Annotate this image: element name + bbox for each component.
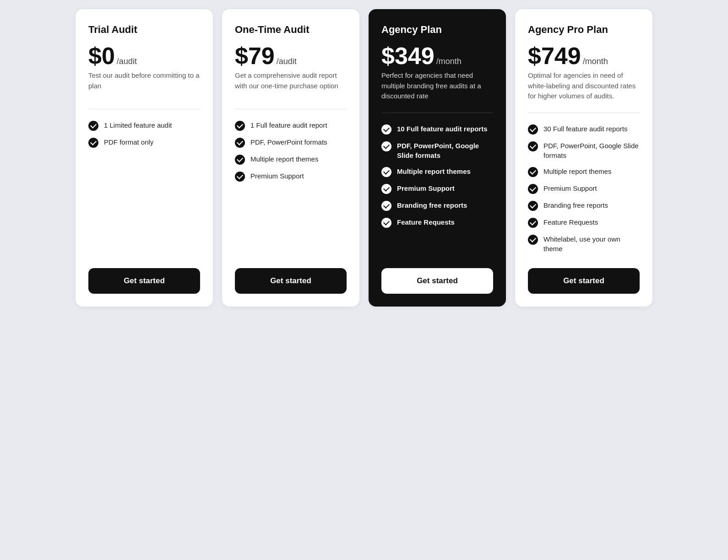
price-period-agency-pro-plan: /month [583,57,608,66]
feature-item: Multiple report themes [235,154,347,165]
feature-item: Multiple report themes [381,167,493,177]
feature-item: 10 Full feature audit reports [381,124,493,135]
plan-description-one-time-audit: Get a comprehensive audit report with ou… [235,70,347,98]
check-icon [235,138,245,148]
feature-item: Whitelabel, use your own theme [528,234,640,253]
plan-description-agency-pro-plan: Optimal for agencies in need of white-la… [528,70,640,102]
feature-text: Whitelabel, use your own theme [543,234,640,253]
feature-item: Premium Support [381,183,493,194]
check-icon [88,138,98,148]
divider-agency-plan [381,113,493,113]
check-icon [381,141,391,151]
features-list-trial-audit: 1 Limited feature auditPDF format only [88,120,200,253]
check-icon [235,155,245,165]
plan-card-agency-pro-plan: Agency Pro Plan$749/monthOptimal for age… [515,9,652,307]
feature-text: 1 Limited feature audit [104,120,172,130]
plan-name-agency-plan: Agency Plan [381,24,493,36]
feature-text: Multiple report themes [397,167,471,176]
feature-text: PDF, PowerPoint formats [250,137,327,147]
check-icon [381,124,391,135]
check-icon [528,201,538,211]
feature-item: 30 Full feature audit reports [528,124,640,135]
feature-text: PDF, PowerPoint, Google Slide formats [543,141,640,160]
plan-name-agency-pro-plan: Agency Pro Plan [528,24,640,36]
feature-item: PDF, PowerPoint, Google Slide formats [528,141,640,160]
feature-text: 10 Full feature audit reports [397,124,488,134]
plan-price-agency-pro-plan: $749/month [528,44,640,68]
check-icon [381,218,391,228]
price-amount-agency-plan: $349 [381,44,435,68]
check-icon [235,172,245,182]
get-started-button-trial-audit[interactable]: Get started [88,268,200,294]
feature-text: PDF format only [104,137,153,147]
plan-description-agency-plan: Perfect for agencies that need multiple … [381,70,493,102]
feature-item: Multiple report themes [528,167,640,177]
feature-item: Feature Requests [381,217,493,228]
price-period-agency-plan: /month [436,57,462,66]
feature-item: Branding free reports [528,200,640,211]
feature-text: Premium Support [397,183,455,193]
features-list-one-time-audit: 1 Full feature audit reportPDF, PowerPoi… [235,120,347,253]
feature-text: Branding free reports [397,200,467,210]
divider-agency-pro-plan [528,113,640,113]
feature-text: 30 Full feature audit reports [543,124,627,134]
check-icon [528,235,538,245]
check-icon [528,141,538,151]
get-started-button-one-time-audit[interactable]: Get started [235,268,347,294]
plan-price-trial-audit: $0/audit [88,44,200,68]
plan-price-one-time-audit: $79/audit [235,44,347,68]
feature-item: Feature Requests [528,217,640,228]
get-started-button-agency-plan[interactable]: Get started [381,268,493,294]
feature-item: 1 Full feature audit report [235,120,347,131]
feature-item: Premium Support [528,183,640,194]
plan-price-agency-plan: $349/month [381,44,493,68]
feature-text: PDF, PowerPoint, Google Slide formats [397,141,493,160]
price-period-one-time-audit: /audit [277,57,297,66]
feature-text: Multiple report themes [543,167,611,176]
check-icon [381,201,391,211]
feature-item: PDF format only [88,137,200,148]
feature-item: 1 Limited feature audit [88,120,200,131]
feature-text: Feature Requests [543,217,598,227]
feature-text: Premium Support [543,183,597,193]
check-icon [528,167,538,177]
check-icon [381,167,391,177]
price-amount-one-time-audit: $79 [235,44,275,68]
divider-one-time-audit [235,109,347,109]
pricing-grid: Trial Audit$0/auditTest our audit before… [76,9,652,307]
plan-name-trial-audit: Trial Audit [88,24,200,36]
plan-card-agency-plan: Agency Plan$349/monthPerfect for agencie… [369,9,506,307]
check-icon [235,121,245,131]
plan-name-one-time-audit: One-Time Audit [235,24,347,36]
feature-text: Feature Requests [397,217,455,227]
plan-description-trial-audit: Test our audit before committing to a pl… [88,70,200,98]
price-amount-agency-pro-plan: $749 [528,44,581,68]
feature-item: Branding free reports [381,200,493,211]
feature-item: Premium Support [235,171,347,182]
plan-card-one-time-audit: One-Time Audit$79/auditGet a comprehensi… [222,9,359,307]
check-icon [381,184,391,194]
feature-text: Branding free reports [543,200,608,210]
check-icon [88,121,98,131]
check-icon [528,124,538,135]
feature-text: Premium Support [250,171,304,181]
features-list-agency-pro-plan: 30 Full feature audit reportsPDF, PowerP… [528,124,640,253]
check-icon [528,218,538,228]
get-started-button-agency-pro-plan[interactable]: Get started [528,268,640,294]
feature-item: PDF, PowerPoint, Google Slide formats [381,141,493,160]
check-icon [528,184,538,194]
divider-trial-audit [88,109,200,109]
plan-card-trial-audit: Trial Audit$0/auditTest our audit before… [76,9,213,307]
price-amount-trial-audit: $0 [88,44,115,68]
price-period-trial-audit: /audit [117,57,137,66]
feature-item: PDF, PowerPoint formats [235,137,347,148]
feature-text: 1 Full feature audit report [250,120,327,130]
feature-text: Multiple report themes [250,154,318,164]
features-list-agency-plan: 10 Full feature audit reportsPDF, PowerP… [381,124,493,253]
